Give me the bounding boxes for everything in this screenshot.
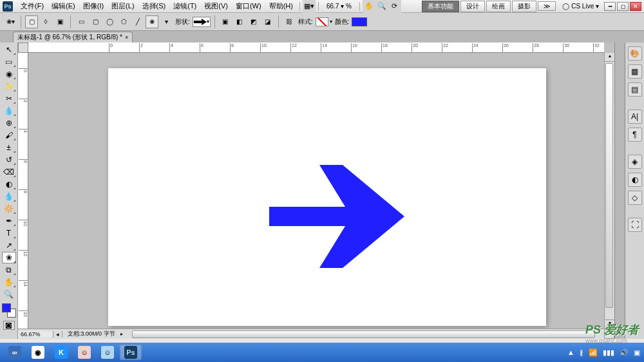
styles-panel-icon[interactable]: ▤	[628, 82, 642, 97]
ruler-origin[interactable]	[18, 43, 28, 53]
maximize-button[interactable]: ◻	[617, 2, 629, 11]
pen-tool[interactable]: ✒	[2, 215, 16, 227]
vertical-ruler[interactable]: 02468101214161820	[18, 53, 28, 329]
history-panel-icon[interactable]: ⛶	[628, 218, 642, 232]
path-mode-icon[interactable]: ◊	[39, 15, 52, 28]
shape-preview[interactable]: ▾	[193, 17, 211, 27]
shape-tool[interactable]: ❀	[2, 252, 16, 263]
taskbar-photoshop[interactable]: Ps	[120, 345, 142, 360]
shape-options-icon[interactable]: ▾	[160, 15, 173, 28]
stamp-tool[interactable]: ±	[2, 142, 16, 153]
menu-view[interactable]: 视图(V)	[200, 0, 232, 12]
foreground-color[interactable]	[2, 303, 11, 312]
swatches-panel-icon[interactable]: ▦	[628, 64, 642, 79]
menu-filter[interactable]: 滤镜(T)	[169, 0, 200, 12]
workspace-paint[interactable]: 绘画	[486, 1, 511, 12]
character-panel-icon[interactable]: A|	[628, 110, 642, 124]
color-panel-icon[interactable]: 🎨	[628, 46, 642, 61]
link-icon[interactable]: ⛓	[283, 15, 296, 28]
layers-panel-icon[interactable]: ◈	[628, 155, 642, 169]
menu-help[interactable]: 帮助(H)	[265, 0, 297, 12]
3d-tool[interactable]: ⧉	[2, 264, 16, 276]
system-tray[interactable]: ▲ ∦ 📶 ▮▮▮ 🔊 ▣	[567, 348, 640, 357]
ime-icon[interactable]: ▣	[634, 348, 640, 357]
paths-panel-icon[interactable]: ◇	[628, 191, 642, 205]
taskbar-app1[interactable]: ☺	[73, 345, 95, 360]
battery-icon[interactable]: ▮▮▮	[603, 348, 614, 357]
workspace-basic[interactable]: 基本功能	[422, 1, 459, 12]
move-tool[interactable]: ↖	[2, 44, 16, 55]
eyedropper-tool[interactable]: 💧	[2, 105, 16, 117]
cslive-icon[interactable]: ◯ CS Live ▾	[562, 3, 599, 10]
shape-layer-mode-icon[interactable]: ▢	[25, 15, 38, 28]
fill-color-swatch[interactable]	[352, 17, 367, 26]
vertical-scrollbar[interactable]: ▴ ▾	[604, 53, 614, 329]
rotate-view-icon[interactable]: ⟳	[388, 0, 401, 13]
wifi-icon[interactable]: 📶	[589, 348, 598, 357]
hand-tool[interactable]: ✋	[2, 276, 16, 288]
polygon-shape-icon[interactable]: ⬠	[117, 15, 130, 28]
arrow-shape[interactable]	[269, 165, 411, 268]
style-picker[interactable]	[316, 17, 328, 26]
document-tab[interactable]: 未标题-1 @ 66.7% (形状 1, RGB/8) * ×	[13, 32, 133, 43]
paragraph-panel-icon[interactable]: ¶	[628, 128, 642, 142]
gradient-tool[interactable]: ◐	[2, 178, 16, 190]
menu-image[interactable]: 图像(I)	[79, 0, 108, 12]
brush-tool[interactable]: 🖌	[2, 129, 16, 141]
crop-tool[interactable]: ✂	[2, 93, 16, 104]
quick-mask-button[interactable]: ◙	[3, 321, 15, 330]
path-select-tool[interactable]: ↗	[2, 240, 16, 251]
zoom-icon[interactable]: 🔍	[375, 0, 388, 13]
taskbar-app2[interactable]: ☺	[97, 345, 118, 360]
roundrect-shape-icon[interactable]: ▢	[89, 15, 102, 28]
fill-pixel-mode-icon[interactable]: ▣	[53, 15, 66, 28]
close-button[interactable]: ✕	[630, 2, 641, 11]
menu-file[interactable]: 文件(F)	[17, 0, 48, 12]
path-add-icon[interactable]: ▣	[219, 15, 232, 28]
zoom-tool[interactable]: 🔍	[2, 289, 16, 300]
lasso-tool[interactable]: ◉	[2, 68, 16, 80]
ellipse-shape-icon[interactable]: ◯	[103, 15, 116, 28]
panel-dock-strip[interactable]	[614, 43, 625, 339]
zoom-field[interactable]: 66.67%	[18, 331, 53, 338]
workspace-more[interactable]: ≫	[538, 1, 556, 11]
custom-shape-icon[interactable]: ❀	[146, 15, 158, 28]
menu-select[interactable]: 选择(S)	[138, 0, 170, 12]
bluetooth-icon[interactable]: ∦	[580, 348, 583, 357]
svg-marker-1	[269, 165, 404, 268]
workspace-photo[interactable]: 摄影	[512, 1, 536, 12]
wand-tool[interactable]: ✨	[2, 81, 16, 92]
path-intersect-icon[interactable]: ◩	[247, 15, 260, 28]
hand-icon[interactable]: ✋	[363, 0, 375, 13]
path-subtract-icon[interactable]: ◧	[233, 15, 246, 28]
dodge-tool[interactable]: 🔆	[2, 203, 16, 214]
menu-edit[interactable]: 编辑(E)	[48, 0, 79, 12]
eraser-tool[interactable]: ⌫	[2, 166, 16, 178]
close-icon[interactable]: ×	[125, 34, 128, 41]
zoom-display[interactable]: 66.7 ▾ %	[321, 3, 357, 10]
history-brush-tool[interactable]: ↺	[2, 154, 16, 166]
taskbar-chrome[interactable]: ◉	[27, 345, 49, 360]
rect-shape-icon[interactable]: ▭	[75, 15, 88, 28]
arrange-docs-icon[interactable]: ▦▾	[303, 0, 316, 13]
tool-preset-icon[interactable]: ❀▾	[4, 15, 17, 28]
marquee-tool[interactable]: ▭	[2, 56, 16, 68]
volume-icon[interactable]: 🔊	[620, 348, 629, 357]
color-selector[interactable]	[2, 303, 16, 318]
type-tool[interactable]: T	[2, 227, 16, 239]
heal-tool[interactable]: ⊕	[2, 117, 16, 129]
workspace-design[interactable]: 设计	[460, 1, 485, 12]
line-shape-icon[interactable]: ╱	[131, 15, 144, 28]
document-info[interactable]: 文档:3.00M/0 字节	[62, 330, 120, 338]
menu-layer[interactable]: 图层(L)	[108, 0, 138, 12]
blur-tool[interactable]: 💧	[2, 191, 16, 202]
taskbar-kugou[interactable]: K	[50, 345, 72, 360]
path-exclude-icon[interactable]: ◪	[261, 15, 274, 28]
minimize-button[interactable]: ━	[604, 2, 616, 11]
tray-up-icon[interactable]: ▲	[567, 348, 574, 356]
horizontal-ruler[interactable]: 02468101214161820222426283032343638	[28, 43, 604, 53]
document-canvas[interactable]	[108, 68, 546, 326]
channels-panel-icon[interactable]: ◐	[628, 173, 642, 187]
menu-window[interactable]: 窗口(W)	[232, 0, 265, 12]
taskbar-start[interactable]: ∞	[4, 345, 26, 360]
